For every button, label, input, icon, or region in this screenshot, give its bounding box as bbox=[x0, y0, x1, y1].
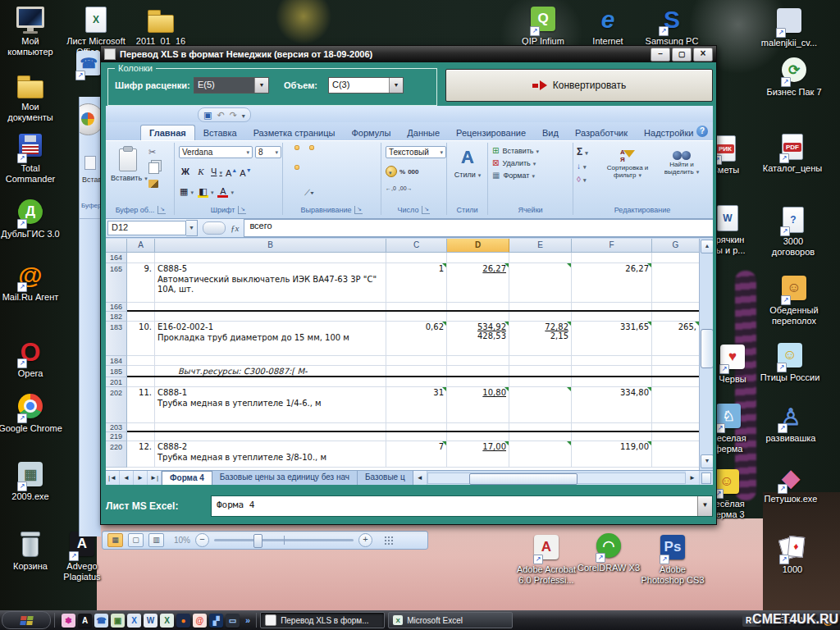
quick-launch-phone-app-icon[interactable]: ☎ bbox=[94, 614, 108, 628]
row-header-203[interactable]: 203 bbox=[106, 423, 127, 432]
ribbon-tab-Главная[interactable]: Главная bbox=[140, 125, 195, 140]
column-header-A[interactable]: A bbox=[127, 239, 155, 253]
currency-format-button[interactable] bbox=[386, 166, 397, 177]
grid-cell-B184[interactable] bbox=[155, 356, 386, 365]
font-dialog-launcher-icon[interactable] bbox=[238, 206, 246, 214]
row-header-165[interactable]: 165 bbox=[106, 263, 127, 303]
desktop-icon-photoshop-cs3[interactable]: Ps↗Adobe Photoshop CS3 bbox=[635, 535, 710, 585]
chevron-down-icon[interactable] bbox=[389, 78, 403, 93]
quick-launch-x-app-icon[interactable]: X bbox=[127, 614, 141, 628]
borders-button[interactable]: ▦ bbox=[179, 185, 194, 199]
grid-cell-B203[interactable] bbox=[155, 423, 386, 431]
convert-button[interactable]: Конвертировать bbox=[445, 69, 713, 102]
grid-cell-B165[interactable]: C888-5 Автоматический выключатель ИЭК ВА… bbox=[155, 263, 386, 302]
increase-indent-button[interactable] bbox=[294, 190, 299, 195]
sheet-tab-Базовые цены за единицу без нач[interactable]: Базовые цены за единицу без нач bbox=[212, 471, 358, 485]
format-cells-button[interactable]: ▦Формат bbox=[492, 171, 573, 180]
quick-launch-flower-app-icon[interactable]: ✽ bbox=[62, 614, 75, 628]
grid-cell-E219[interactable] bbox=[509, 432, 572, 441]
align-middle-button[interactable] bbox=[294, 145, 299, 150]
bold-button[interactable]: Ж bbox=[179, 166, 192, 179]
maximize-button[interactable] bbox=[672, 48, 692, 62]
ribbon-tab-Надстройки[interactable]: Надстройки bbox=[636, 126, 701, 140]
grid-cell-A166[interactable] bbox=[127, 303, 155, 310]
grid-cell-B219[interactable] bbox=[155, 432, 386, 441]
office-button-icon[interactable] bbox=[79, 103, 101, 135]
grid-cell-B182[interactable] bbox=[155, 312, 386, 321]
row-header-184[interactable]: 184 bbox=[106, 356, 127, 366]
price-code-select[interactable]: E(5) bbox=[194, 77, 269, 94]
shrink-font-button[interactable]: А▼ bbox=[240, 167, 251, 178]
column-header-D[interactable]: D bbox=[447, 239, 509, 253]
grid-cell-A203[interactable] bbox=[127, 423, 155, 431]
name-box[interactable]: D12 bbox=[107, 221, 186, 235]
grid-cell-F201[interactable] bbox=[572, 377, 652, 386]
grid-cell-C219[interactable] bbox=[386, 432, 447, 441]
grid-cell-C185[interactable] bbox=[386, 366, 447, 376]
desktop-icon-3000-dogovorov[interactable]: ?↗3000 договоров bbox=[756, 207, 831, 257]
ribbon-tab-Данные[interactable]: Данные bbox=[399, 126, 448, 140]
grid-cell-B164[interactable] bbox=[155, 253, 386, 262]
grid-cell-F182[interactable] bbox=[572, 312, 652, 321]
grid-cell-A201[interactable] bbox=[127, 377, 155, 386]
grid-cell-G219[interactable] bbox=[652, 432, 700, 441]
grid-cell-F202[interactable]: 334,80 bbox=[572, 387, 652, 422]
scroll-left-icon[interactable]: ◄ bbox=[413, 471, 427, 485]
grid-cell-E185[interactable] bbox=[509, 366, 572, 376]
grid-cell-C182[interactable] bbox=[386, 312, 447, 321]
first-sheet-button[interactable]: |◄ bbox=[106, 471, 120, 485]
desktop-icon-dublgis[interactable]: Д↗ДубльГИС 3.0 bbox=[0, 199, 68, 240]
row-header-219[interactable]: 219 bbox=[106, 432, 127, 441]
last-sheet-button[interactable]: ►| bbox=[148, 471, 162, 485]
grid-cell-E201[interactable] bbox=[509, 377, 572, 386]
grid-cell-G184[interactable] bbox=[652, 356, 700, 365]
grid-cell-B185[interactable]: Вычт.ресурсы: С300-0887:[ М-(6032.00=60.… bbox=[155, 366, 386, 376]
desktop-icon-petushok-exe[interactable]: ◆↗Петушок.exe bbox=[753, 464, 829, 504]
paste-button[interactable]: Вставить bbox=[110, 146, 146, 203]
row-header-201[interactable]: 201 bbox=[106, 377, 127, 387]
grid-cell-F166[interactable] bbox=[572, 303, 652, 310]
grid-cell-B202[interactable]: C888-1 Трубка медная в утеплителе 1/4-6.… bbox=[155, 387, 386, 422]
desktop-icon-2009-exe[interactable]: ▦↗2009.exe bbox=[0, 462, 68, 502]
align-bottom-button[interactable] bbox=[302, 145, 307, 150]
grid-cell-B201[interactable] bbox=[155, 377, 386, 386]
grid-cell-G202[interactable] bbox=[652, 387, 700, 422]
grid-cell-B166[interactable] bbox=[155, 303, 386, 310]
align-center-button[interactable] bbox=[294, 165, 299, 170]
quick-launch-mailru-icon[interactable]: @ bbox=[193, 614, 207, 628]
vertical-scrollbar[interactable]: ▲ ▼ bbox=[699, 239, 713, 470]
align-right-button[interactable] bbox=[302, 165, 307, 170]
clear-button[interactable]: ◊ bbox=[577, 175, 586, 184]
grid-cell-G220[interactable] bbox=[652, 441, 700, 467]
quick-launch-media-app-icon[interactable]: ▞ bbox=[209, 614, 223, 628]
sort-filter-button[interactable]: АЯ Сортировка и фильтр bbox=[601, 148, 654, 200]
desktop-icon-obedennyj-perepoloh[interactable]: ☺↗Обеденный переполох bbox=[756, 276, 832, 326]
row-header-202[interactable]: 202 bbox=[106, 387, 127, 423]
undo-icon[interactable] bbox=[217, 110, 224, 121]
grid-cell-F185[interactable] bbox=[572, 366, 652, 376]
select-all-corner[interactable] bbox=[106, 239, 127, 253]
grid-cell-A164[interactable] bbox=[127, 253, 155, 262]
number-dialog-launcher-icon[interactable] bbox=[422, 206, 430, 214]
grid-cell-B220[interactable]: C888-2 Трубка медная в утеплителе 3/8-10… bbox=[155, 441, 386, 467]
grid-cell-C220[interactable]: 7 bbox=[386, 441, 447, 467]
grid-cell-G166[interactable] bbox=[652, 303, 700, 310]
grid-cell-E203[interactable] bbox=[509, 423, 572, 431]
desktop-icon-my-documents[interactable]: Мои документы bbox=[0, 72, 68, 122]
wrap-text-button[interactable] bbox=[309, 145, 314, 150]
grid-cell-A219[interactable] bbox=[127, 432, 155, 441]
grid-cell-A165[interactable]: 9. bbox=[127, 263, 155, 302]
grow-font-button[interactable]: А▲ bbox=[226, 167, 237, 178]
merge-center-button[interactable] bbox=[309, 165, 314, 170]
qat-customize-icon[interactable] bbox=[242, 110, 245, 120]
grid-cell-D202[interactable]: 10,80 bbox=[447, 387, 509, 422]
desktop-icon-1000-game[interactable]: ↗1000 bbox=[755, 535, 830, 575]
alignment-dialog-launcher-icon[interactable] bbox=[354, 206, 363, 214]
grid-cell-D220[interactable]: 17,00 bbox=[447, 441, 509, 467]
grid-cell-C183[interactable]: 0,62 bbox=[386, 322, 447, 355]
horizontal-scrollbar[interactable]: ◄ ► bbox=[413, 471, 713, 485]
page-layout-view-button[interactable]: ▢ bbox=[128, 533, 144, 547]
sheet-tab-Базовые ц[interactable]: Базовые ц bbox=[358, 471, 413, 485]
column-header-G[interactable]: G bbox=[652, 239, 700, 253]
grid-cell-C201[interactable] bbox=[386, 377, 447, 386]
